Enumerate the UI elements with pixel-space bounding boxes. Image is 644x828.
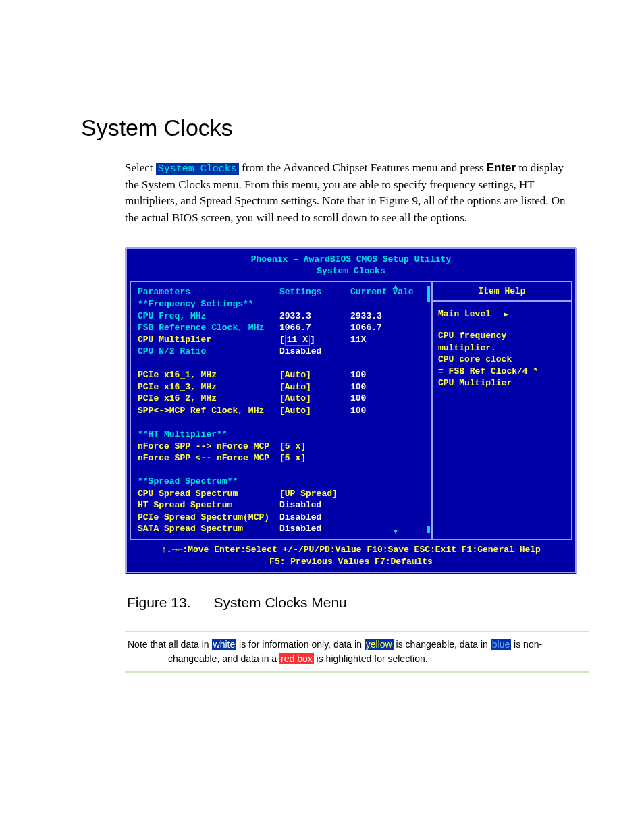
setting-cell: 2933.3 [279,310,350,323]
current-cell: 11X [350,334,398,346]
intro-text: from the Advanced Chipset Features menu … [239,161,487,174]
setting-cell: [UP Spread] [279,488,350,500]
setting-cell: [Auto] [279,393,350,405]
bios-row[interactable]: PCIe x16_2, MHz[Auto]100 [138,393,429,405]
scrollbar[interactable] [427,286,430,534]
setting-cell: [Auto] [279,381,350,393]
bios-row[interactable]: nForce SPP --> nForce MCP[5 x] [138,441,429,453]
help-line: CPU Multiplier [438,377,566,389]
current-cell [350,476,398,488]
bios-screen: Phoenix – AwardBIOS CMOS Setup Utility S… [125,247,577,574]
col-header-current-tail: e [408,286,414,298]
figure-caption: Figure 13.System Clocks Menu [127,595,603,611]
scroll-down-icon: ▼ [394,528,398,536]
figure-label: Figure 13. [127,595,191,610]
current-cell [350,499,398,512]
bios-row[interactable]: **Spread Spectrum** [138,476,429,488]
bios-left-pane[interactable]: Parameters Settings Current Val▲e **Freq… [131,282,431,539]
current-cell: 100 [350,369,398,381]
help-main-level: Main Level [438,309,491,319]
setting-cell: Disabled [279,346,350,358]
current-cell [350,429,398,441]
intro-text: Select [125,161,156,174]
param-cell: HT Spread Spectrum [138,499,279,512]
param-cell: nForce SPP --> nForce MCP [138,441,279,453]
bios-row[interactable]: **Frequency Settings** [138,298,429,310]
bios-row[interactable]: SATA Spread SpectrumDisabled [138,523,429,535]
note-text: is highlighted for selection. [314,653,428,664]
col-header-settings: Settings [279,286,350,298]
param-cell: PCIe Spread Spectrum(MCP) [138,512,279,524]
help-line: CPU core clock [438,354,566,366]
current-cell [350,488,398,500]
bios-row [138,416,429,429]
setting-cell: [Auto] [279,369,350,381]
legend-blue: blue [491,639,511,650]
bios-row[interactable]: HT Spread SpectrumDisabled [138,499,429,512]
legend-redbox: red box [279,653,314,664]
legend-white: white [212,639,237,650]
scroll-thumb[interactable] [427,286,430,302]
scroll-up-icon: ▲ [394,283,398,292]
help-line: = FSB Ref Clock/4 * [438,366,566,378]
current-cell [350,298,398,310]
current-cell [350,512,398,524]
bios-row[interactable]: PCIe x16_3, MHz[Auto]100 [138,381,429,393]
col-header-parameters: Parameters [138,286,279,298]
bios-help-pane: Item Help Main Level ▶ CPU frequency mul… [431,282,571,539]
note-text: is changeable, data in [394,639,491,650]
current-cell [350,523,398,535]
scroll-thumb[interactable] [427,526,430,533]
param-cell: CPU Freq, MHz [138,310,279,323]
note-text: is for information only, data in [236,639,365,650]
current-cell [350,346,398,358]
param-cell: **HT Multiplier** [138,429,279,441]
current-cell: 1066.7 [350,322,398,334]
current-cell: 2933.3 [350,310,398,323]
setting-cell: [5 x] [279,452,350,464]
bios-row[interactable]: CPU Freq, MHz2933.32933.3 [138,310,429,323]
bios-title-line1: Phoenix – AwardBIOS CMOS Setup Utility [130,254,572,266]
bios-row[interactable]: SPP<->MCP Ref Clock, MHz[Auto]100 [138,405,429,417]
param-cell: SPP<->MCP Ref Clock, MHz [138,405,279,417]
note-text: Note that all data in [128,639,212,650]
param-cell: CPU Multiplier [138,334,279,346]
intro-paragraph: Select System Clocks from the Advanced C… [125,160,576,227]
selected-value[interactable]: 11 X [285,335,310,346]
setting-cell: [Auto] [279,405,350,417]
bios-row[interactable]: CPU Multiplier[11 X]11X [138,334,429,346]
setting-cell: Disabled [279,523,350,535]
bios-row[interactable]: PCIe Spread Spectrum(MCP)Disabled [138,512,429,524]
col-header-current: Current Val [350,286,408,298]
param-cell: CPU Spread Spectrum [138,488,279,500]
current-cell [350,452,398,464]
setting-cell [279,429,350,441]
bios-row[interactable]: FSB Reference Clock, MHz1066.71066.7 [138,322,429,334]
param-cell: FSB Reference Clock, MHz [138,322,279,334]
setting-cell: 1066.7 [279,322,350,334]
bios-row[interactable]: CPU N/2 RatioDisabled [138,346,429,358]
current-cell [350,441,398,453]
param-cell: PCIe x16_1, MHz [138,369,279,381]
param-cell: PCIe x16_2, MHz [138,393,279,405]
bios-row[interactable]: **HT Multiplier** [138,429,429,441]
current-cell: 100 [350,405,398,417]
bios-row [138,464,429,476]
key-enter: Enter [487,161,516,174]
bios-row[interactable]: PCIe x16_1, MHz[Auto]100 [138,369,429,381]
param-cell: CPU N/2 Ratio [138,346,279,358]
setting-cell: [5 x] [279,441,350,453]
section-heading: System Clocks [81,115,603,141]
inline-code-system-clocks: System Clocks [156,163,239,175]
bios-row[interactable]: nForce SPP <-- nForce MCP[5 x] [138,452,429,464]
setting-cell: [11 X] [279,334,350,346]
setting-cell [279,298,350,310]
param-cell: **Frequency Settings** [138,298,279,310]
help-title: Item Help [433,282,571,302]
param-cell: nForce SPP <-- nForce MCP [138,452,279,464]
bios-row[interactable]: CPU Spread Spectrum[UP Spread] [138,488,429,500]
help-line: CPU frequency multiplier. [438,330,566,354]
figure-title: System Clocks Menu [214,595,347,610]
current-cell: 100 [350,393,398,405]
bios-row [138,358,429,370]
